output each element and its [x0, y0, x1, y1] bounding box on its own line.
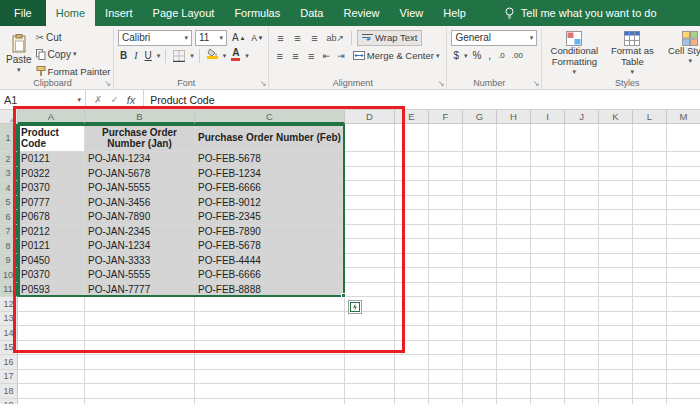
tab-file[interactable]: File [0, 0, 46, 26]
cell-I13[interactable] [531, 312, 565, 327]
cell-D10[interactable] [345, 268, 395, 283]
cell-C1[interactable]: Purchase Order Number (Feb) [195, 124, 345, 152]
cell-J19[interactable] [565, 399, 599, 404]
column-header-C[interactable]: C [195, 110, 345, 124]
cell-C11[interactable]: PO-FEB-8888 [195, 283, 345, 298]
cell-J7[interactable] [565, 225, 599, 240]
row-header-3[interactable]: 3 [0, 167, 18, 182]
cell-M2[interactable] [667, 152, 700, 167]
tab-formulas[interactable]: Formulas [224, 0, 290, 26]
cell-C5[interactable]: PO-FEB-9012 [195, 196, 345, 211]
cell-H15[interactable] [497, 341, 531, 356]
cell-M11[interactable] [667, 283, 700, 298]
cell-I1[interactable] [531, 124, 565, 152]
cell-K9[interactable] [599, 254, 633, 269]
cell-J11[interactable] [565, 283, 599, 298]
cell-J6[interactable] [565, 210, 599, 225]
cell-L18[interactable] [633, 384, 667, 399]
paste-button[interactable]: Paste ▾ [6, 29, 32, 79]
cell-B15[interactable] [85, 341, 195, 356]
cell-K19[interactable] [599, 399, 633, 404]
cell-C16[interactable] [195, 355, 345, 370]
cell-A1[interactable]: Product Code [18, 124, 85, 152]
cell-B6[interactable]: PO-JAN-7890 [85, 210, 195, 225]
cell-A8[interactable]: P0121 [18, 239, 85, 254]
row-header-8[interactable]: 8 [0, 239, 18, 254]
cell-J4[interactable] [565, 181, 599, 196]
cell-G14[interactable] [463, 326, 497, 341]
insert-function-icon[interactable]: fx [127, 94, 136, 106]
cell-M7[interactable] [667, 225, 700, 240]
cell-M16[interactable] [667, 355, 700, 370]
cell-B1[interactable]: Purchase Order Number (Jan) [85, 124, 195, 152]
cell-E15[interactable] [395, 341, 429, 356]
cell-C13[interactable] [195, 312, 345, 327]
cell-L8[interactable] [633, 239, 667, 254]
cell-G15[interactable] [463, 341, 497, 356]
cell-H5[interactable] [497, 196, 531, 211]
cell-C15[interactable] [195, 341, 345, 356]
row-header-19[interactable]: 19 [0, 399, 18, 404]
column-header-H[interactable]: H [497, 110, 531, 124]
cell-B12[interactable] [85, 297, 195, 312]
fill-color-dropdown-icon[interactable]: ▾ [223, 52, 227, 60]
align-top-button[interactable]: ≡ [273, 32, 287, 44]
font-name-select[interactable]: Calibri ▾ [118, 30, 192, 46]
tab-help[interactable]: Help [433, 0, 476, 26]
orientation-button[interactable]: ab↗ [324, 30, 346, 46]
fill-color-button[interactable] [205, 48, 220, 64]
row-header-4[interactable]: 4 [0, 181, 18, 196]
underline-dropdown-icon[interactable]: ▾ [157, 52, 161, 60]
cell-L7[interactable] [633, 225, 667, 240]
cell-K5[interactable] [599, 196, 633, 211]
enter-entry-icon[interactable]: ✓ [110, 94, 118, 105]
cell-A12[interactable] [18, 297, 85, 312]
copy-button[interactable]: Copy ▾ [34, 46, 113, 62]
cell-E9[interactable] [395, 254, 429, 269]
cell-E5[interactable] [395, 196, 429, 211]
decrease-font-size-button[interactable]: A▾ [249, 30, 264, 46]
cell-L1[interactable] [633, 124, 667, 152]
cell-M3[interactable] [667, 167, 700, 182]
column-header-M[interactable]: M [667, 110, 700, 124]
format-painter-button[interactable]: Format Painter [34, 63, 113, 79]
cancel-entry-icon[interactable]: ✗ [94, 94, 102, 105]
cell-E7[interactable] [395, 225, 429, 240]
cell-K18[interactable] [599, 384, 633, 399]
cell-E1[interactable] [395, 124, 429, 152]
paste-dropdown-icon[interactable]: ▾ [17, 66, 21, 74]
cell-M6[interactable] [667, 210, 700, 225]
cell-A7[interactable]: P0212 [18, 225, 85, 240]
cell-C4[interactable]: PO-FEB-6666 [195, 181, 345, 196]
cell-K8[interactable] [599, 239, 633, 254]
cell-M18[interactable] [667, 384, 700, 399]
cell-D9[interactable] [345, 254, 395, 269]
cell-G2[interactable] [463, 152, 497, 167]
increase-indent-button[interactable]: ⇥ [335, 48, 347, 64]
cell-I3[interactable] [531, 167, 565, 182]
cell-G18[interactable] [463, 384, 497, 399]
cell-H10[interactable] [497, 268, 531, 283]
formula-input[interactable]: Product Code [144, 90, 700, 109]
cell-J16[interactable] [565, 355, 599, 370]
cell-F3[interactable] [429, 167, 463, 182]
row-header-9[interactable]: 9 [0, 254, 18, 269]
cell-I9[interactable] [531, 254, 565, 269]
cell-D4[interactable] [345, 181, 395, 196]
decrease-decimal-button[interactable]: .00 [510, 48, 525, 64]
cell-M17[interactable] [667, 370, 700, 385]
cell-F18[interactable] [429, 384, 463, 399]
name-box-dropdown-icon[interactable]: ▾ [77, 96, 81, 104]
cell-E3[interactable] [395, 167, 429, 182]
cell-C9[interactable]: PO-FEB-4444 [195, 254, 345, 269]
cell-M14[interactable] [667, 326, 700, 341]
cell-M13[interactable] [667, 312, 700, 327]
row-header-2[interactable]: 2 [0, 152, 18, 167]
cell-K13[interactable] [599, 312, 633, 327]
cell-J15[interactable] [565, 341, 599, 356]
cell-H7[interactable] [497, 225, 531, 240]
cell-K17[interactable] [599, 370, 633, 385]
cell-F10[interactable] [429, 268, 463, 283]
cell-C3[interactable]: PO-FEB-1234 [195, 167, 345, 182]
select-all-corner[interactable] [0, 110, 18, 124]
